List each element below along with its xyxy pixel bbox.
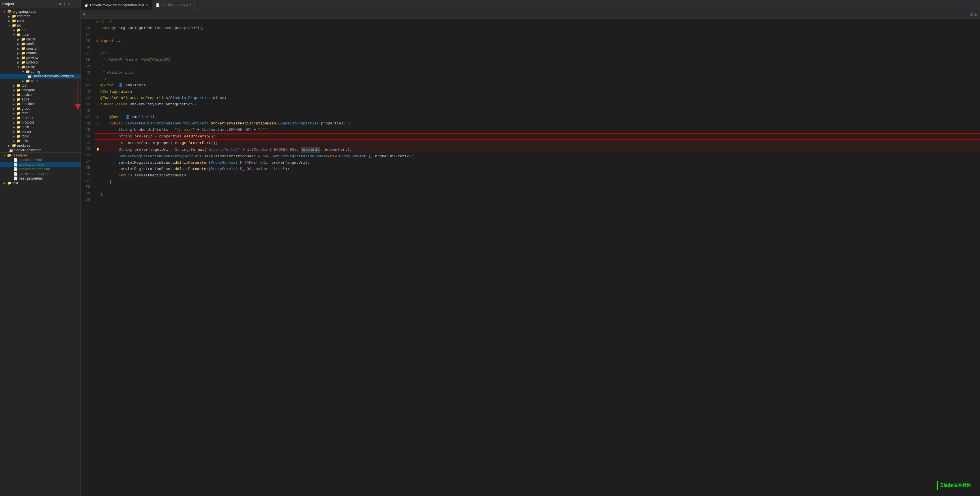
sidebar-item-topic[interactable]: ▶ 📁 topic	[0, 134, 81, 139]
item-label: base	[22, 33, 81, 37]
code-line: ⚙ @Bean 👤 smallchill	[95, 114, 980, 120]
item-label: iot	[17, 23, 81, 27]
code-area[interactable]: 26 27 28 36 37 38 39 40 41 42 43 44 45 4…	[81, 19, 980, 496]
expand-arrow: ▶	[11, 29, 16, 32]
code-line: }	[95, 179, 980, 185]
sidebar-item-group[interactable]: ▶ 📁 group	[0, 106, 81, 111]
item-label: edge	[22, 97, 81, 101]
code-line	[95, 198, 980, 204]
sidebar-item-api[interactable]: ▶ 📁 api	[0, 28, 81, 32]
sidebar-item-application-prod-yml[interactable]: 📄 application-prod.yml	[0, 167, 81, 172]
properties-icon: 📄	[13, 176, 18, 180]
code-line: /**	[95, 51, 980, 57]
tab-broker-config[interactable]: ☕ BrokerProxyAutoConfiguration.java ✕	[81, 0, 153, 10]
expand-arrow: ▶	[11, 107, 16, 110]
sidebar-item-utils[interactable]: ▶ 📁 utils	[0, 139, 81, 143]
sidebar-item-product[interactable]: ▶ 📁 product	[0, 115, 81, 120]
yml-icon: 📄	[13, 167, 18, 171]
minimize-icon[interactable]: —	[76, 2, 78, 6]
sidebar-item-application-test-yml[interactable]: 📄 application-test.yml	[0, 172, 81, 176]
expand-arrow: ▶	[7, 144, 11, 147]
folder-icon: 📁	[16, 139, 21, 143]
code-line: @EnableConfigurationProperties(BladeIotP…	[95, 95, 980, 101]
sidebar-item-core[interactable]: ▶ 📁 core	[0, 19, 81, 23]
tab-application-dev[interactable]: 📄 application-dev.yml	[153, 0, 195, 10]
folder-icon: 📁	[16, 116, 21, 120]
sidebar-item-application-yml[interactable]: 📄 application.yml	[0, 158, 81, 162]
sidebar-item-modules[interactable]: ▶ 📁 modules	[0, 143, 81, 148]
sidebar-item-constant[interactable]: ▶ 📁 constant	[0, 46, 81, 51]
settings-icon[interactable]: ⚙	[83, 12, 86, 17]
yml-tab-icon: 📄	[156, 3, 160, 7]
sidebar-item-tool[interactable]: ▶ 📁 tool	[0, 83, 81, 88]
sidebar-item-org-springblade[interactable]: ▼ 📦 org.springblade	[0, 9, 81, 14]
sidebar-item-edge[interactable]: ▶ 📁 edge	[0, 97, 81, 102]
sidebar-item-push[interactable]: ▶ 📁 push	[0, 125, 81, 129]
code-content: ▶ /.../ package org.springblade.iot.base…	[92, 19, 980, 496]
sidebar-item-base[interactable]: ▼ 📁 base	[0, 32, 81, 37]
sidebar-item-server-app[interactable]: ☕ ServerApplication	[0, 148, 81, 152]
item-label: constant	[26, 46, 81, 51]
tab-close-button[interactable]: ✕	[146, 3, 149, 7]
sidebar-item-preview[interactable]: ▶ 📁 preview	[0, 56, 81, 60]
item-label: tool	[22, 83, 81, 88]
sidebar-item-beetl-properties[interactable]: 📄 beetl.properties	[0, 176, 81, 181]
code-line	[95, 185, 980, 191]
sidebar-item-proxy[interactable]: ▼ 📁 proxy	[0, 65, 81, 69]
sidebar-item-function[interactable]: ▶ 📁 function	[0, 102, 81, 106]
folder-icon: 📁	[11, 14, 16, 18]
sidebar-item-cache[interactable]: ▶ 📁 cache	[0, 37, 81, 41]
expand-arrow: ▼	[11, 33, 16, 37]
sidebar-item-config[interactable]: ▶ 📁 config	[0, 41, 81, 46]
sidebar-item-proxy-config[interactable]: ▼ 📁 config	[0, 69, 81, 74]
hint-icon: 💡	[95, 147, 101, 153]
sidebar-item-category[interactable]: ▶ 📁 category	[0, 88, 81, 93]
sidebar-item-device[interactable]: ▶ 📁 device	[0, 93, 81, 97]
item-label: beetl.properties	[19, 176, 81, 180]
expand-arrow: ▶	[16, 61, 21, 64]
close-icon[interactable]: ✕	[67, 2, 70, 6]
item-label: ServerApplication	[14, 148, 81, 152]
expand-arrow: ▶	[11, 84, 16, 87]
sidebar-item-resources[interactable]: ▼ 📂 resources	[0, 152, 81, 158]
folder-icon: 📁	[16, 125, 21, 129]
gutter-icon: ▶	[95, 38, 100, 44]
folder-icon: 📁	[21, 37, 25, 41]
item-label: protocol	[26, 61, 81, 64]
sort-icon[interactable]: ↕	[63, 2, 65, 6]
sidebar-item-protocol[interactable]: ▶ 📁 protocol	[0, 60, 81, 65]
sidebar-item-protocol2[interactable]: ▶ 📁 protocol	[0, 120, 81, 125]
sidebar-item-mqtt[interactable]: ▶ 📁 mqtt	[0, 111, 81, 115]
folder-icon: 📁	[16, 93, 21, 97]
expand-arrow: ▼	[2, 10, 7, 13]
sidebar-tree: ▼ 📦 org.springblade ▶ 📁 common ▶ 📁 core …	[0, 8, 81, 496]
item-label: api	[22, 28, 81, 32]
expand-arrow: ▼	[21, 70, 25, 73]
yml-icon: 📄	[13, 158, 18, 162]
main-editor: ☕ BrokerProxyAutoConfiguration.java ✕ 📄 …	[81, 0, 980, 496]
sidebar-item-broker-config[interactable]: ☕ BrokerProxyAutoConfigura...	[0, 74, 81, 78]
code-line: ⚙ public ServletRegistrationBean<ProxySe…	[95, 120, 980, 127]
globe-icon[interactable]: ⊕	[59, 2, 62, 6]
item-label: enums	[26, 51, 81, 55]
sidebar-item-test[interactable]: ▶ 📁 test	[0, 181, 81, 185]
item-label: application-dev.yml	[19, 163, 81, 167]
more-icon[interactable]: ⋯	[72, 2, 74, 6]
sidebar-item-common[interactable]: ▶ 📁 common	[0, 14, 81, 19]
item-label: device	[22, 93, 81, 97]
folder-icon: 📁	[16, 130, 21, 134]
folder-icon: 📁	[11, 144, 16, 148]
code-line: @Configuration	[95, 89, 980, 95]
item-label: preview	[26, 56, 81, 60]
folder-icon: 📁	[21, 42, 25, 46]
expand-arrow: ▶	[16, 38, 21, 41]
expand-arrow: ▼	[2, 154, 7, 157]
sidebar-item-enums[interactable]: ▶ 📁 enums	[0, 51, 81, 56]
sidebar-item-application-dev-yml[interactable]: 📄 application-dev.yml	[0, 162, 81, 167]
sidebar-item-server[interactable]: ▶ 📁 server	[0, 129, 81, 134]
sidebar-item-iot[interactable]: ▼ 📁 iot	[0, 23, 81, 28]
folder-icon: 📁	[21, 65, 25, 69]
code-line: * @author L.cm	[95, 70, 980, 76]
item-label: topic	[22, 134, 81, 138]
sidebar-item-core2[interactable]: ▶ 📁 core	[0, 78, 81, 83]
